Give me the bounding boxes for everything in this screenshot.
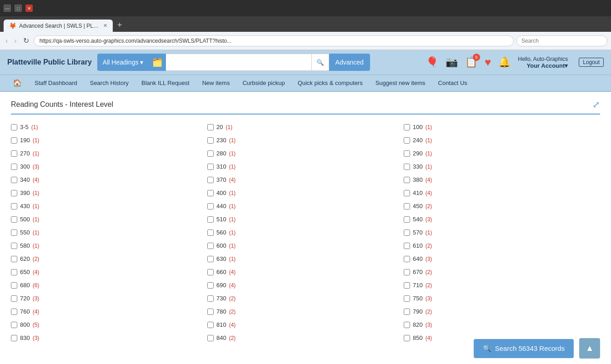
count-badge: (2): [33, 256, 40, 262]
checkbox-380[interactable]: [404, 177, 410, 183]
checkbox-680[interactable]: [11, 282, 17, 289]
checkbox-580[interactable]: [11, 243, 17, 249]
close-btn[interactable]: ✕: [25, 5, 33, 12]
browser-search-input[interactable]: [516, 35, 607, 46]
checkbox-850[interactable]: [404, 335, 410, 341]
checkbox-370[interactable]: [207, 177, 214, 183]
checkbox-780[interactable]: [207, 309, 214, 315]
checkbox-400[interactable]: [207, 190, 214, 196]
checkbox-750[interactable]: [404, 295, 410, 302]
checkbox-710[interactable]: [404, 282, 410, 289]
advanced-button[interactable]: Advanced: [329, 54, 370, 71]
list-item: 780 (2): [207, 306, 404, 317]
checkbox-660[interactable]: [207, 269, 214, 275]
checkbox-270[interactable]: [11, 150, 17, 157]
nav-new-items[interactable]: New items: [197, 76, 235, 90]
checkbox-690[interactable]: [207, 282, 214, 289]
search-input[interactable]: [166, 54, 311, 71]
checkbox-label: 790: [413, 308, 423, 315]
checkbox-610[interactable]: [404, 243, 410, 249]
checkbox-730[interactable]: [207, 295, 214, 302]
scroll-top-button[interactable]: ▲: [579, 338, 600, 359]
checkbox-550[interactable]: [11, 229, 17, 236]
list-icon-button[interactable]: 📋 5: [465, 56, 477, 68]
checkbox-280[interactable]: [207, 150, 214, 157]
checkbox-600[interactable]: [207, 243, 214, 249]
nav-bar: 🏠 Staff Dashboard Search History Blank I…: [0, 75, 611, 92]
checkbox-840[interactable]: [207, 335, 214, 341]
new-tab-button[interactable]: +: [113, 19, 127, 32]
count-badge: (1): [426, 150, 432, 157]
checkbox-760[interactable]: [11, 309, 17, 315]
checkbox-310[interactable]: [207, 164, 214, 170]
checkbox-630[interactable]: [207, 256, 214, 262]
checkbox-510[interactable]: [207, 216, 214, 223]
checkbox-540[interactable]: [404, 216, 410, 223]
nav-search-history[interactable]: Search History: [85, 76, 134, 90]
address-input[interactable]: [34, 35, 514, 46]
account-name-button[interactable]: Your Account▾: [527, 62, 568, 69]
forward-button[interactable]: ›: [12, 35, 18, 47]
logout-button[interactable]: Logout: [579, 58, 604, 67]
back-button[interactable]: ‹: [4, 35, 10, 47]
checkbox-830[interactable]: [11, 335, 17, 341]
checkbox-640[interactable]: [404, 256, 410, 262]
list-item: 290 (1): [404, 148, 600, 159]
balloon-icon-button[interactable]: 🎈: [426, 56, 438, 68]
checkbox-450[interactable]: [404, 203, 410, 209]
expand-icon[interactable]: ⤢: [592, 99, 600, 110]
checkbox-430[interactable]: [11, 203, 17, 209]
heart-icon-button[interactable]: ♥: [485, 56, 491, 69]
maximize-btn[interactable]: □: [15, 5, 22, 12]
section-header: Reading Counts - Interest Level ⤢: [11, 99, 600, 115]
checkbox-720[interactable]: [11, 295, 17, 302]
heading-select[interactable]: All Headings ▾: [97, 54, 149, 71]
checkbox-570[interactable]: [404, 229, 410, 236]
checkbox-670[interactable]: [404, 269, 410, 275]
checkbox-230[interactable]: [207, 137, 214, 144]
checkbox-800[interactable]: [11, 322, 17, 328]
database-icon[interactable]: 🗂️: [149, 54, 166, 71]
nav-home[interactable]: 🏠: [7, 75, 27, 91]
checkbox-790[interactable]: [404, 309, 410, 315]
nav-quick-picks[interactable]: Quick picks & computers: [292, 76, 368, 90]
search-icon-button[interactable]: 🔍: [312, 54, 329, 71]
nav-staff-dashboard[interactable]: Staff Dashboard: [29, 76, 83, 90]
list-item: 3-5 (1): [11, 122, 207, 132]
tab-close-icon[interactable]: ✕: [103, 23, 107, 29]
checkbox-810[interactable]: [207, 322, 214, 328]
checkbox-100[interactable]: [404, 124, 410, 130]
checkbox-340[interactable]: [11, 177, 17, 183]
checkbox-300[interactable]: [11, 164, 17, 170]
list-item: 750 (3): [404, 293, 600, 304]
checkbox-820[interactable]: [404, 322, 410, 328]
checkbox-390[interactable]: [11, 190, 17, 196]
nav-suggest[interactable]: Suggest new items: [370, 76, 431, 90]
nav-contact[interactable]: Contact Us: [433, 76, 473, 90]
checkbox-330[interactable]: [404, 164, 410, 170]
account-section: Hello, Auto-Graphics Your Account▾: [518, 56, 568, 69]
checkbox-240[interactable]: [404, 137, 410, 144]
nav-curbside[interactable]: Curbside pickup: [237, 76, 290, 90]
checkbox-290[interactable]: [404, 150, 410, 157]
reload-button[interactable]: ↻: [21, 35, 31, 47]
list-item: 680 (6): [11, 280, 207, 290]
account-greeting: Hello, Auto-Graphics: [518, 56, 568, 62]
checkbox-190[interactable]: [11, 137, 17, 144]
search-records-button[interactable]: 🔍 Search 56343 Records: [474, 339, 574, 358]
checkbox-410[interactable]: [404, 190, 410, 196]
checkbox-20[interactable]: [207, 124, 214, 130]
checkbox-3-5[interactable]: [11, 124, 17, 130]
bell-icon-button[interactable]: 🔔: [498, 56, 511, 68]
checkbox-650[interactable]: [11, 269, 17, 275]
checkbox-620[interactable]: [11, 256, 17, 262]
minimize-btn[interactable]: —: [4, 5, 11, 12]
nav-blank-ill[interactable]: Blank ILL Request: [136, 76, 195, 90]
checkbox-500[interactable]: [11, 216, 17, 223]
camera-icon-button[interactable]: 📷: [446, 56, 458, 68]
count-badge: (1): [229, 243, 236, 249]
active-tab[interactable]: 🦊 Advanced Search | SWLS | PLAT... ✕: [4, 20, 113, 32]
checkbox-440[interactable]: [207, 203, 214, 209]
list-item: 650 (4): [11, 267, 207, 277]
checkbox-560[interactable]: [207, 229, 214, 236]
